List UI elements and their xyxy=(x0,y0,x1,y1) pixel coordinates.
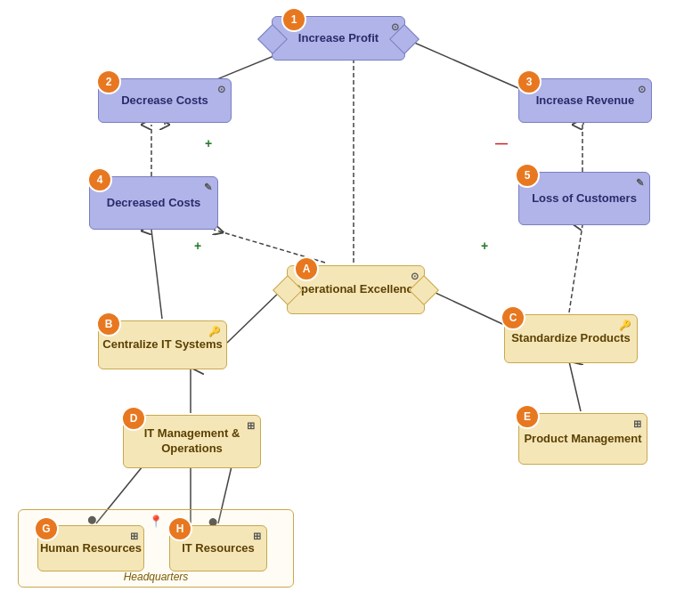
svg-line-10 xyxy=(151,230,162,319)
badge-1: 1 xyxy=(281,7,306,32)
badge-h: H xyxy=(167,516,192,541)
pin-icon: 📍 xyxy=(149,515,163,528)
sign-minus: — xyxy=(495,136,508,150)
badge-c: C xyxy=(501,305,525,330)
node-1-label: Increase Profit xyxy=(298,31,379,46)
node-d-label: IT Management & Operations xyxy=(124,426,260,457)
svg-line-11 xyxy=(569,225,582,312)
headquarters-label: Headquarters xyxy=(19,571,293,583)
grid-icon-e: ⊞ xyxy=(633,417,641,430)
node-3-label: Increase Revenue xyxy=(536,93,635,109)
badge-d: D xyxy=(121,406,146,431)
badge-a: A xyxy=(294,256,319,281)
target-icon-3: ⊙ xyxy=(638,83,646,95)
edit-icon-5: ✎ xyxy=(636,176,644,189)
target-icon-2: ⊙ xyxy=(217,83,225,95)
badge-e: E xyxy=(515,404,540,429)
badge-3: 3 xyxy=(517,69,542,94)
node-c-label: Standardize Products xyxy=(511,331,631,346)
sign-plus-3: + xyxy=(481,239,488,253)
key-icon-c: 🔑 xyxy=(619,319,631,331)
svg-line-6 xyxy=(227,287,285,343)
node-e-label: Product Management xyxy=(524,432,641,447)
badge-g: G xyxy=(34,516,59,541)
diamond-a-left xyxy=(273,275,303,305)
diagram-container: Headquarters 📍 ⊙ Increase Profit 1 ⊙ Dec… xyxy=(0,0,684,616)
badge-b: B xyxy=(96,312,121,336)
node-a-label: Operational Excellence xyxy=(292,282,419,297)
edit-icon-4: ✎ xyxy=(204,181,212,193)
badge-2: 2 xyxy=(96,69,121,94)
grid-icon-g: ⊞ xyxy=(130,530,138,542)
badge-4: 4 xyxy=(87,167,112,192)
node-2-label: Decrease Costs xyxy=(121,93,208,109)
node-b-label: Centralize IT Systems xyxy=(102,337,222,353)
diamond-n1-left xyxy=(257,24,288,54)
sign-plus-1: + xyxy=(205,136,212,150)
grid-icon-h: ⊞ xyxy=(253,530,261,542)
node-g-label: Human Resources xyxy=(40,541,142,556)
svg-line-13 xyxy=(569,361,581,411)
badge-5: 5 xyxy=(515,163,540,188)
node-4-label: Decreased Costs xyxy=(107,196,201,211)
sign-plus-2: + xyxy=(194,239,201,253)
grid-icon-d: ⊞ xyxy=(247,419,255,432)
node-5-label: Loss of Customers xyxy=(532,191,637,207)
key-icon-b: 🔑 xyxy=(208,325,221,337)
node-h-label: IT Resources xyxy=(182,541,255,556)
